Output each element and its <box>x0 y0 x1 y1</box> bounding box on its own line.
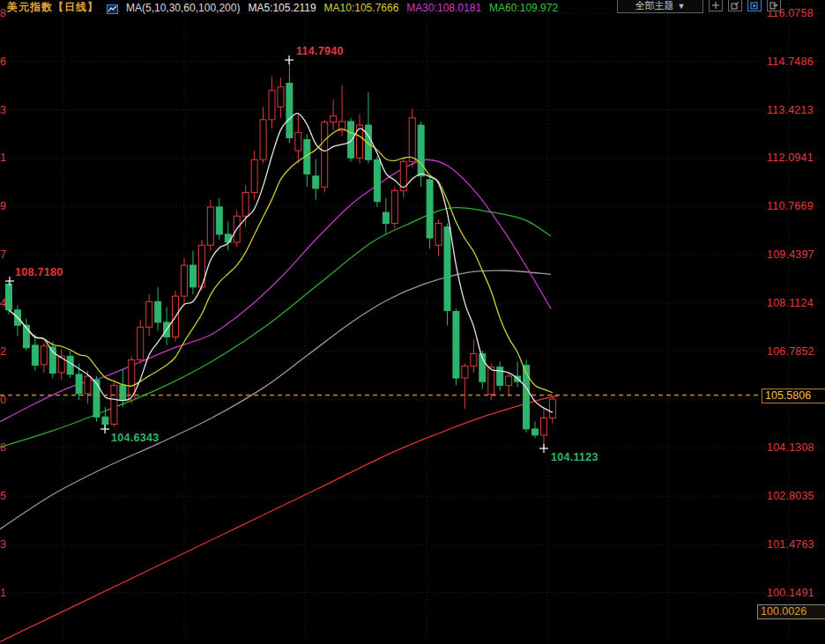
axis-label: 114.7486 <box>767 56 825 68</box>
chart-corner-arrow-icon[interactable] <box>728 0 742 11</box>
floor-price-value: 100.0026 <box>761 605 806 618</box>
overlay-ma-lines <box>0 159 558 641</box>
floor-price-label: 100.0026 <box>757 604 825 619</box>
axis-label-left-digit: 1 <box>0 152 7 164</box>
grid <box>0 0 825 644</box>
axis-label-left-digit: 2 <box>0 345 7 358</box>
axis-label-left-digit: 3 <box>0 104 7 116</box>
axis-label: 102.8035 <box>767 490 825 502</box>
axis-label: 113.4213 <box>767 104 825 116</box>
axis-label-left-digit: 4 <box>0 297 7 309</box>
price-annotation: 104.6343 <box>111 432 160 444</box>
ma-line-ma30 <box>0 159 551 421</box>
crosshair-icon[interactable] <box>709 0 723 11</box>
chevron-down-icon: ▼ <box>678 2 686 11</box>
axis-label-left-digit: 9 <box>0 200 7 212</box>
axis-label: 101.4763 <box>767 538 825 551</box>
axis-label-left-digit: 3 <box>0 538 7 551</box>
axis-label-left-digit: 1 <box>0 587 7 599</box>
axis-label: 110.7669 <box>767 200 825 212</box>
price-annotation: 108.7180 <box>15 266 63 278</box>
price-annotation: 114.7940 <box>296 45 344 57</box>
axis-label: 108.1124 <box>767 297 825 309</box>
axis-label-left-digit: 0 <box>0 394 7 406</box>
chart-export-icon[interactable] <box>767 0 781 11</box>
axis-label-left-digit: 7 <box>0 248 7 261</box>
price-annotation: 104.1123 <box>551 451 598 463</box>
ma10-value: MA10:105.7666 <box>324 2 399 14</box>
chart-play-icon[interactable] <box>747 0 762 11</box>
mini-line-chart-icon <box>107 4 118 14</box>
symbol-title: 美元指数【日线】 <box>7 0 99 15</box>
axis-label: 109.4397 <box>767 248 825 261</box>
current-price-label: 105.5806 <box>762 389 825 403</box>
axis-label: 112.0941 <box>767 152 825 164</box>
chart-window: 美元指数【日线】 MA(5,10,30,60,100,200) MA5:105.… <box>0 0 825 644</box>
axis-label-left-digit: 8 <box>0 7 7 19</box>
ma-line-ma5 <box>9 114 553 413</box>
candlestick-chart[interactable] <box>0 0 825 644</box>
theme-dropdown[interactable]: 全部主题 ▼ <box>617 0 703 13</box>
axis-label-left-digit: 6 <box>0 56 7 68</box>
ma-line-ma200 <box>0 396 558 642</box>
ma-line-ma10 <box>9 129 553 392</box>
axis-label: 104.1308 <box>767 441 825 454</box>
ma-params-label: MA(5,10,30,60,100,200) <box>126 2 240 14</box>
theme-dropdown-label: 全部主题 <box>635 0 674 12</box>
axis-label: 100.1491 <box>767 587 825 599</box>
ma30-value: MA30:108.0181 <box>406 2 481 14</box>
chart-toolbar: 全部主题 ▼ <box>617 0 781 13</box>
ma60-value: MA60:109.972 <box>489 2 558 14</box>
chart-header: 美元指数【日线】 MA(5,10,30,60,100,200) MA5:105.… <box>7 1 558 14</box>
axis-label-left-digit: 5 <box>0 490 7 502</box>
axis-label: 106.7852 <box>767 345 825 358</box>
ma5-value: MA5:105.2119 <box>248 2 316 14</box>
axis-label-left-digit: 8 <box>0 441 7 454</box>
current-price-value: 105.5806 <box>765 389 811 402</box>
